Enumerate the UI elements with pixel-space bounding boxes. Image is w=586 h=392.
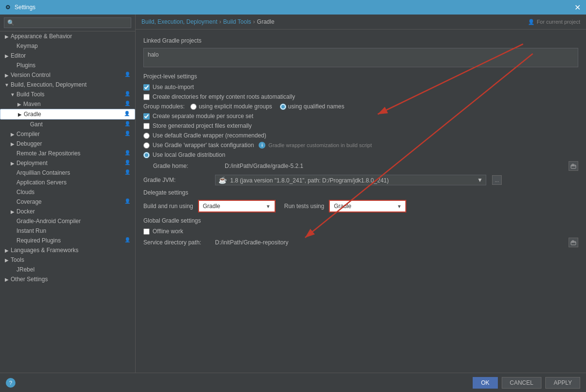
sidebar-item-gant[interactable]: Gant 👤 <box>0 120 135 129</box>
arrow-icon: ▶ <box>10 160 15 166</box>
sidebar-item-deployment[interactable]: ▶ Deployment 👤 <box>0 158 135 168</box>
project-scope: 👤 For current project <box>528 19 580 25</box>
radio-explicit-option[interactable]: using explicit module groups <box>190 103 272 110</box>
sidebar-item-jrebel[interactable]: JRebel <box>0 265 135 274</box>
sidebar-label: Appearance & Behavior <box>11 33 72 40</box>
arrow-icon: ▼ <box>10 91 15 97</box>
sidebar-item-tools[interactable]: ▶ Tools <box>0 255 135 265</box>
breadcrumb-build[interactable]: Build, Execution, Deployment <box>141 18 217 25</box>
radio-qualified[interactable] <box>280 104 286 110</box>
store-generated-checkbox[interactable] <box>143 123 150 129</box>
run-tests-dropdown[interactable]: Gradle ▼ <box>329 200 406 212</box>
sidebar-item-remote-jar[interactable]: Remote Jar Repositories 👤 <box>0 149 135 158</box>
ok-button[interactable]: OK <box>473 377 497 389</box>
sidebar-label: Arquillian Containers <box>16 169 70 176</box>
apply-button[interactable]: APPLY <box>545 377 580 389</box>
sidebar-item-gradle[interactable]: ▶ Gradle 👤 <box>0 109 135 120</box>
sidebar-label: Deployment <box>16 160 47 166</box>
person-icon: 👤 <box>124 131 131 137</box>
sidebar-item-keymap[interactable]: Keymap <box>0 41 135 51</box>
radio-qualified-option[interactable]: using qualified names <box>280 103 344 110</box>
sidebar-label: Coverage <box>16 198 42 205</box>
sidebar-item-coverage[interactable]: Coverage 👤 <box>0 197 135 207</box>
sidebar-item-arquillian[interactable]: Arquillian Containers 👤 <box>0 168 135 178</box>
sidebar-item-debugger[interactable]: ▶ Debugger <box>0 139 135 149</box>
breadcrumb-gradle: Gradle <box>257 18 275 25</box>
gradle-home-value: D:/initPath/Gradle/gradle-5.2.1 <box>225 163 303 169</box>
radio-explicit[interactable] <box>190 104 197 110</box>
arrow-icon <box>23 121 29 127</box>
close-button[interactable]: ✕ <box>572 2 582 12</box>
sidebar-item-build-exec[interactable]: ▼ Build, Execution, Deployment <box>0 80 135 90</box>
linked-project-value: halo <box>148 51 159 58</box>
arrow-icon: ▶ <box>4 257 10 263</box>
sidebar-item-docker[interactable]: ▶ Docker <box>0 207 135 216</box>
gradle-home-browse-button[interactable] <box>569 161 578 171</box>
person-icon: 👤 <box>124 198 131 205</box>
search-input[interactable] <box>4 17 131 28</box>
sidebar-item-gradle-android[interactable]: Gradle-Android Compiler <box>0 216 135 226</box>
create-dirs-checkbox[interactable] <box>143 94 150 100</box>
radio-default-wrapper[interactable] <box>143 133 150 139</box>
cancel-button[interactable]: CANCEL <box>502 377 542 389</box>
arrow-icon <box>10 151 15 156</box>
gradle-jvm-row: Gradle JVM: ☕ 1.8 (java version "1.8.0_2… <box>143 175 578 185</box>
sidebar-item-version-control[interactable]: ▶ Version Control 👤 <box>0 70 135 80</box>
group-modules-row: Group modules: using explicit module gro… <box>143 103 578 110</box>
sidebar-item-languages[interactable]: ▶ Languages & Frameworks <box>0 245 135 255</box>
arrow-icon <box>10 199 15 205</box>
sidebar-label: Editor <box>11 52 26 59</box>
auto-import-row: Use auto-import <box>143 84 578 90</box>
sidebar-item-editor[interactable]: ▶ Editor <box>0 51 135 60</box>
default-wrapper-row: Use default Gradle wrapper (recommended) <box>143 132 578 139</box>
jvm-browse-button[interactable]: ... <box>492 175 502 185</box>
sidebar-item-appearance[interactable]: ▶ Appearance & Behavior <box>0 31 135 41</box>
wrapper-info-label: Gradle wrapper customization in build sc… <box>268 142 371 148</box>
radio-wrapper-task[interactable] <box>143 142 150 149</box>
sidebar-item-build-tools[interactable]: ▼ Build Tools 👤 <box>0 90 135 99</box>
sidebar-item-app-servers[interactable]: Application Servers <box>0 178 135 187</box>
gradle-home-row: Gradle home: D:/initPath/Gradle/gradle-5… <box>153 161 578 171</box>
breadcrumb-buildtools[interactable]: Build Tools <box>223 18 251 25</box>
sidebar-label: Version Control <box>11 72 50 78</box>
gradle-jvm-dropdown[interactable]: ☕ 1.8 (java version "1.8.0_241", path: D… <box>215 175 486 185</box>
breadcrumb: Build, Execution, Deployment › Build Too… <box>136 15 586 30</box>
wrapper-task-row: Use Gradle 'wrapper' task configuration … <box>143 142 578 149</box>
linked-projects-box: halo <box>143 48 578 67</box>
sidebar-item-required-plugins[interactable]: Required Plugins 👤 <box>0 236 135 245</box>
app-icon: ⚙ <box>4 3 12 11</box>
build-run-dropdown[interactable]: Gradle ▼ <box>198 200 276 212</box>
sidebar-label: Plugins <box>16 62 35 69</box>
dropdown-arrow-icon: ▼ <box>266 204 271 209</box>
sidebar-item-plugins[interactable]: Plugins <box>0 60 135 70</box>
auto-import-checkbox[interactable] <box>143 84 150 90</box>
run-tests-value: Gradle <box>334 203 351 210</box>
sidebar-label: Keymap <box>16 43 38 49</box>
main-panel: Build, Execution, Deployment › Build Too… <box>136 15 586 373</box>
sidebar-item-compiler[interactable]: ▶ Compiler 👤 <box>0 129 135 139</box>
gradle-home-label: Gradle home: <box>153 163 221 169</box>
person-icon: 👤 <box>124 72 131 78</box>
create-separate-checkbox[interactable] <box>143 113 150 120</box>
create-dirs-row: Create directories for empty content roo… <box>143 93 578 100</box>
arrow-icon: ▶ <box>17 111 23 117</box>
arrow-icon <box>10 267 15 272</box>
offline-work-checkbox[interactable] <box>143 228 150 235</box>
sidebar-item-maven[interactable]: ▶ Maven 👤 <box>0 99 135 109</box>
sidebar-label: Build Tools <box>16 91 45 98</box>
sidebar-item-instant-run[interactable]: Instant Run <box>0 226 135 236</box>
radio-local-dist[interactable] <box>143 152 150 158</box>
person-icon: 👤 <box>124 160 131 166</box>
arrow-icon <box>10 218 15 224</box>
service-dir-browse-button[interactable] <box>569 238 578 247</box>
group-modules-label: Group modules: <box>143 103 185 110</box>
sidebar-item-clouds[interactable]: Clouds <box>0 187 135 197</box>
sidebar-label: Maven <box>23 101 41 107</box>
help-button[interactable]: ? <box>6 378 15 388</box>
sidebar-item-other-settings[interactable]: ▶ Other Settings <box>0 274 135 284</box>
radio-explicit-label: using explicit module groups <box>199 103 272 110</box>
offline-work-label: Offline work <box>153 228 183 235</box>
wrapper-task-label: Use Gradle 'wrapper' task configuration <box>153 142 254 149</box>
bottom-bar: ? OK CANCEL APPLY <box>0 373 586 392</box>
arrow-icon: ▶ <box>10 209 15 214</box>
